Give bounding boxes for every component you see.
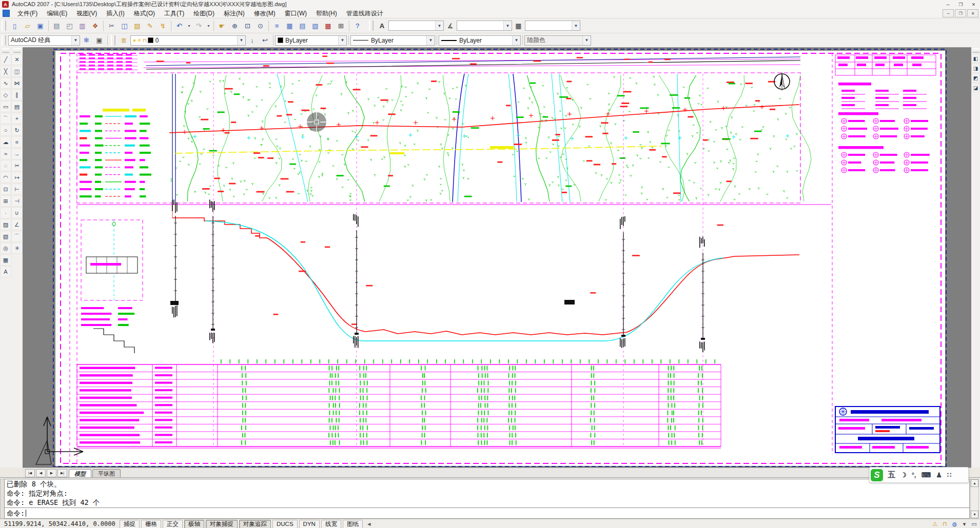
undo-drop-button[interactable]: ▾ [186, 19, 192, 32]
styles-toolbar-grip[interactable] [369, 21, 374, 31]
layer-previous-button[interactable]: ↩ [259, 34, 271, 47]
rotate-button[interactable]: ↻ [11, 125, 23, 136]
point-button[interactable]: ∙ [0, 207, 11, 218]
paste-button[interactable]: ▨ [131, 19, 144, 32]
ime-punctuation[interactable]: °, [912, 471, 916, 479]
chevron-down-icon[interactable]: ▼ [237, 36, 245, 45]
toggle-正交[interactable]: 正交 [163, 520, 183, 528]
dim-style-combo[interactable]: ▼ [457, 21, 512, 31]
markup-manager-button[interactable]: ▩ [322, 19, 335, 32]
mdi-restore-button[interactable]: ❐ [955, 9, 966, 17]
toolbar-lock-icon[interactable]: ⊓ [940, 520, 950, 528]
toggle-DYN[interactable]: DYN [299, 520, 320, 528]
insert-block-button[interactable]: ⊡ [0, 184, 11, 195]
arc-button[interactable]: ⌒ [0, 113, 11, 124]
associated-standards-icon[interactable]: ⚠ [930, 520, 940, 528]
menu-12[interactable]: 管道线路设计 [342, 9, 388, 18]
chevron-down-icon[interactable]: ▼ [503, 21, 512, 30]
command-prompt-line[interactable]: 命令: [4, 507, 970, 519]
menu-3[interactable]: 视图(V) [72, 9, 102, 18]
block-editor-button[interactable]: ↯ [156, 19, 169, 32]
pan-button[interactable]: ☛ [215, 19, 228, 32]
rectangle-button[interactable]: ▭ [0, 101, 11, 112]
menu-2[interactable]: 编辑(E) [42, 9, 72, 18]
scroll-up-icon[interactable]: ▲ [971, 479, 978, 487]
menu-9[interactable]: 修改(M) [249, 9, 280, 18]
menu-11[interactable]: 帮助(H) [311, 9, 342, 18]
close-button[interactable]: ✕ [967, 1, 980, 9]
menu-1[interactable]: 文件(F) [13, 9, 42, 18]
publish-button[interactable]: ▥ [76, 19, 89, 32]
command-history[interactable]: 已删除 8 个块。命令: 指定对角点:命令: e ERASE 找到 42 个 [4, 479, 970, 508]
communication-center-icon[interactable]: ◍ [950, 520, 959, 528]
spline-button[interactable]: ≈ [0, 148, 11, 159]
workspace-toolbar-grip[interactable] [2, 35, 6, 46]
toggle-对象追踪[interactable]: 对象追踪 [239, 520, 271, 528]
undo-button[interactable]: ↶ [173, 19, 186, 32]
layer-properties-manager-button[interactable]: ≣ [117, 34, 130, 47]
open-button[interactable]: ▱ [21, 19, 34, 32]
menu-10[interactable]: 窗口(W) [280, 9, 311, 18]
dwf-button[interactable]: ❖ [89, 19, 102, 32]
dim-style-icon[interactable]: ∡ [444, 19, 457, 32]
menu-7[interactable]: 绘图(D) [189, 9, 219, 18]
menu-4[interactable]: 插入(I) [102, 9, 129, 18]
construction-line-button[interactable]: ╳ [0, 66, 11, 77]
coordinate-readout[interactable]: 51199.9214, 50342.4410, 0.0000 [4, 520, 120, 527]
tab-nav-4[interactable]: ▶| [57, 469, 67, 477]
status-overflow-arrow[interactable]: ◀ [364, 520, 374, 528]
layer-freeze-icon[interactable]: ☀ [137, 38, 142, 43]
sogou-logo-icon[interactable]: S [871, 469, 883, 481]
toggle-线宽[interactable]: 线宽 [321, 520, 341, 528]
text-style-icon[interactable]: A [376, 19, 388, 32]
toggle-图纸[interactable]: 图纸 [343, 520, 363, 528]
tool-palettes-button[interactable]: ▤ [296, 19, 309, 32]
toggle-捕捉[interactable]: 捕捉 [120, 520, 140, 528]
copy-clip-button[interactable]: ◫ [118, 19, 131, 32]
chevron-down-icon[interactable]: ▼ [572, 21, 580, 30]
draworder-toolbar-grip[interactable] [972, 48, 979, 53]
ime-mode-wubi[interactable]: 五 [888, 470, 895, 480]
send-under-button[interactable]: ◪ [971, 83, 980, 92]
mtext-button[interactable]: A [0, 266, 11, 277]
toggle-栅格[interactable]: 栅格 [141, 520, 161, 528]
break-at-point-button[interactable]: ⊢ [11, 184, 23, 195]
table-style-icon[interactable]: ▦ [512, 19, 525, 32]
ime-toolbar[interactable]: S 五 ☽°,⌨♟∷ [869, 467, 969, 483]
chevron-down-icon[interactable]: ▼ [71, 36, 80, 45]
erase-button[interactable]: ✕ [11, 54, 23, 65]
polyline-button[interactable]: ∿ [0, 77, 11, 89]
table-button[interactable]: ▦ [0, 254, 11, 266]
save-button[interactable]: ▣ [34, 19, 47, 32]
menu-5[interactable]: 格式(O) [129, 9, 160, 18]
array-button[interactable]: ▤ [11, 101, 23, 112]
explode-button[interactable]: ✳ [11, 242, 23, 254]
extend-button[interactable]: ↦ [11, 172, 23, 183]
layer-combo[interactable]: ● ☀ ⊓ 0 ▼ [130, 35, 246, 46]
properties-button[interactable]: ≡ [270, 19, 283, 32]
bring-to-front-button[interactable]: ◧ [971, 54, 980, 63]
join-button[interactable]: ∪ [11, 207, 23, 218]
redo-button[interactable]: ↷ [192, 19, 205, 32]
match-properties-button[interactable]: ✎ [144, 19, 156, 32]
offset-button[interactable]: ∥ [11, 89, 23, 100]
zoom-realtime-button[interactable]: ⊕ [228, 19, 241, 32]
zoom-window-button[interactable]: ⊡ [241, 19, 254, 32]
ellipse-button[interactable]: ◌ [0, 160, 11, 171]
toggle-极轴[interactable]: 极轴 [184, 520, 204, 528]
ime-moon[interactable]: ☽ [900, 471, 907, 479]
maximize-button[interactable]: ❐ [954, 1, 967, 9]
modify-toolbar-grip[interactable] [13, 48, 21, 53]
toolbar-grip[interactable] [2, 21, 6, 31]
plot-button[interactable]: ▤ [50, 19, 63, 32]
toggle-对象捕捉[interactable]: 对象捕捉 [206, 520, 238, 528]
workspace-settings-button[interactable]: ✻ [80, 34, 93, 47]
revcloud-button[interactable]: ☁ [0, 136, 11, 148]
help-button[interactable]: ? [351, 19, 364, 32]
command-scrollbar[interactable]: ▲ ▼ [970, 479, 979, 519]
designcenter-button[interactable]: ▦ [283, 19, 296, 32]
menu-6[interactable]: 工具(T) [160, 9, 189, 18]
draw-toolbar-grip[interactable] [2, 48, 9, 53]
tab-nav-3[interactable]: ▶ [47, 469, 56, 477]
ime-soft-keyboard[interactable]: ⌨ [921, 471, 931, 479]
